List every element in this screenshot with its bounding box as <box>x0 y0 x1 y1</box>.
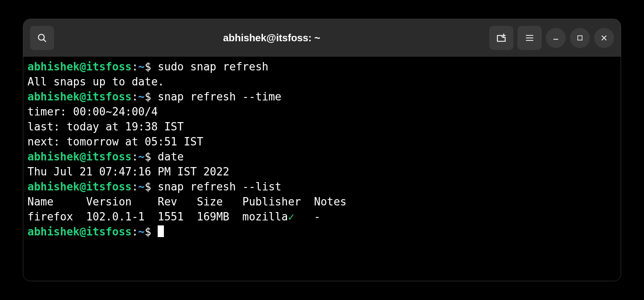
maximize-icon <box>576 34 584 42</box>
prompt-line: abhishek@itsfoss:~$ snap refresh --time <box>27 90 282 103</box>
svg-line-1 <box>44 40 46 42</box>
search-button[interactable] <box>30 26 54 50</box>
prompt-line: abhishek@itsfoss:~$ <box>27 225 164 238</box>
prompt-line: abhishek@itsfoss:~$ date <box>27 150 184 163</box>
output-line: next: tomorrow at 05:51 IST <box>27 135 203 148</box>
titlebar: abhishek@itsfoss: ~ <box>23 19 621 57</box>
close-icon <box>600 34 608 42</box>
prompt-line: abhishek@itsfoss:~$ snap refresh --list <box>27 180 282 193</box>
maximize-button[interactable] <box>570 28 590 48</box>
terminal-output[interactable]: abhishek@itsfoss:~$ sudo snap refresh Al… <box>23 57 621 281</box>
search-icon <box>37 32 47 43</box>
prompt-path: ~ <box>138 60 145 73</box>
output-line: All snaps up to date. <box>27 75 164 88</box>
command-text: snap refresh --list <box>158 180 281 193</box>
window-title: abhishek@itsfoss: ~ <box>54 32 489 44</box>
prompt-user: abhishek@itsfoss <box>27 60 131 73</box>
minimize-icon <box>552 34 560 42</box>
prompt-line: abhishek@itsfoss:~$ sudo snap refresh <box>27 60 268 73</box>
command-text: date <box>158 150 184 163</box>
table-header: Name Version Rev Size Publisher Notes <box>27 195 347 208</box>
table-row: firefox 102.0.1-1 1551 169MB mozilla✓ - <box>27 210 320 223</box>
output-line: Thu Jul 21 07:47:16 PM IST 2022 <box>27 165 229 178</box>
command-text: snap refresh --time <box>158 90 281 103</box>
hamburger-menu-icon <box>525 33 535 43</box>
terminal-window: abhishek@itsfoss: ~ <box>23 19 621 281</box>
minimize-button[interactable] <box>546 28 566 48</box>
new-tab-icon <box>495 32 507 44</box>
svg-rect-8 <box>578 36 582 40</box>
command-text: sudo snap refresh <box>158 60 268 73</box>
close-button[interactable] <box>594 28 614 48</box>
output-line: timer: 00:00~24:00/4 <box>27 105 158 118</box>
menu-button[interactable] <box>518 26 542 50</box>
cursor <box>158 225 164 237</box>
verified-check-icon: ✓ <box>288 210 295 223</box>
output-line: last: today at 19:38 IST <box>27 120 184 133</box>
new-tab-button[interactable] <box>489 26 513 50</box>
